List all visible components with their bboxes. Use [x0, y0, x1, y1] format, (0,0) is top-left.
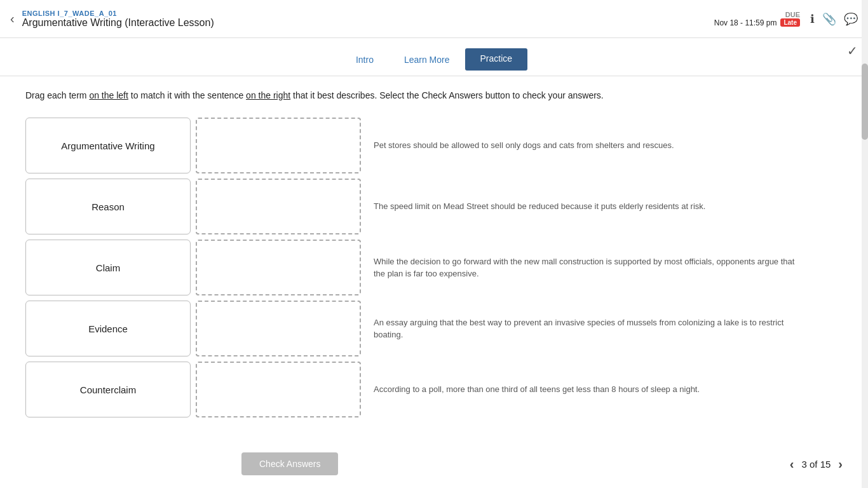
back-button[interactable]: ‹	[10, 11, 15, 26]
tabs-container: Intro Learn More Practice	[0, 38, 868, 76]
term-card-argumentative-writing[interactable]: Argumentative Writing	[25, 118, 191, 173]
late-badge: Late	[780, 18, 800, 27]
sentence-1: Pet stores should be allowed to sell onl…	[374, 118, 801, 173]
term-card-counterclaim[interactable]: Counterclaim	[25, 362, 191, 417]
term-card-reason[interactable]: Reason	[25, 179, 191, 234]
header-icons: ℹ 📎 💬	[810, 12, 858, 26]
header-right: DUE Nov 18 - 11:59 pm Late ℹ 📎 💬	[714, 11, 858, 27]
due-date: Nov 18 - 11:59 pm Late	[714, 18, 800, 27]
sentences-column: Pet stores should be allowed to sell onl…	[374, 118, 801, 417]
message-icon[interactable]: 💬	[844, 12, 858, 26]
scrollbar-thumb[interactable]	[862, 64, 868, 140]
drop-column	[196, 118, 361, 417]
tab-practice[interactable]: Practice	[465, 48, 528, 71]
check-answers-button[interactable]: Check Answers	[241, 452, 338, 475]
page-title: Argumentative Writing (Interactive Lesso…	[22, 17, 214, 29]
drop-zone-1[interactable]	[196, 118, 361, 173]
main-content: Drag each term on the left to match it w…	[0, 76, 826, 430]
sentence-5: According to a poll, more than one third…	[374, 362, 801, 417]
due-label: DUE	[785, 11, 800, 18]
prev-page-button[interactable]: ‹	[790, 457, 794, 471]
drop-zone-4[interactable]	[196, 301, 361, 356]
drop-zone-2[interactable]	[196, 179, 361, 234]
sentence-2: The speed limit on Mead Street should be…	[374, 179, 801, 234]
terms-column: Argumentative Writing Reason Claim Evide…	[25, 118, 191, 417]
sentence-4: An essay arguing that the best way to pr…	[374, 301, 801, 356]
tab-learn-more[interactable]: Learn More	[389, 48, 465, 71]
scrollbar[interactable]	[862, 0, 868, 488]
attachment-icon[interactable]: 📎	[822, 12, 836, 26]
tab-intro[interactable]: Intro	[341, 48, 389, 71]
next-page-button[interactable]: ›	[838, 457, 843, 471]
header-title-block: ENGLISH I_7_WADE_A_01 Argumentative Writ…	[22, 10, 214, 29]
bottom-controls: Check Answers ‹ 3 of 15 ›	[0, 452, 868, 475]
term-card-claim[interactable]: Claim	[25, 240, 191, 295]
drop-zone-3[interactable]	[196, 240, 361, 295]
pagination: ‹ 3 of 15 ›	[790, 457, 843, 471]
page-indicator: 3 of 15	[801, 459, 831, 470]
checkmark-icon: ✓	[847, 43, 858, 58]
due-block: DUE Nov 18 - 11:59 pm Late	[714, 11, 800, 27]
header: ‹ ENGLISH I_7_WADE_A_01 Argumentative Wr…	[0, 0, 868, 38]
matching-area: Argumentative Writing Reason Claim Evide…	[25, 118, 801, 417]
instructions: Drag each term on the left to match it w…	[25, 89, 801, 102]
drop-zone-5[interactable]	[196, 362, 361, 417]
info-icon[interactable]: ℹ	[810, 12, 815, 26]
term-card-evidence[interactable]: Evidence	[25, 301, 191, 356]
course-code: ENGLISH I_7_WADE_A_01	[22, 10, 214, 17]
sentence-3: While the decision to go forward with th…	[374, 240, 801, 295]
